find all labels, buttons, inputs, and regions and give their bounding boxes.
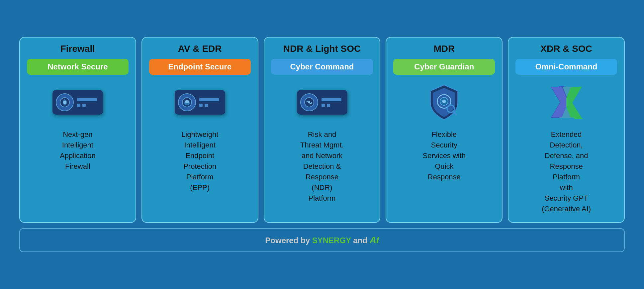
icon-ndr-soc	[296, 81, 349, 124]
hw-lines-fw	[77, 98, 97, 107]
svg-point-9	[442, 100, 446, 103]
hw-circle-fw	[56, 93, 74, 111]
badge-cyber-command: Cyber Command	[271, 59, 373, 75]
footer-synergy: SYNERGY	[312, 236, 351, 245]
card-header-mdr: MDR	[386, 38, 502, 59]
card-header-firewall: Firewall	[20, 38, 136, 59]
badge-cyber-guardian: Cyber Guardian	[393, 59, 495, 75]
footer-middle: and	[351, 236, 370, 245]
hw-lines-ndr	[322, 98, 341, 107]
icon-mdr	[417, 81, 471, 124]
badge-omni-command: Omni-Command	[515, 59, 617, 75]
svg-point-4	[185, 100, 189, 103]
icon-xdr-soc	[540, 81, 593, 124]
footer-ai: AI	[370, 235, 379, 245]
svg-point-1	[63, 101, 66, 104]
main-container: Firewall Network Secure	[7, 37, 637, 252]
badge-network-secure: Network Secure	[27, 59, 129, 75]
hw-lines-edr	[199, 98, 219, 107]
card-header-xdr-soc: XDR & SOC	[508, 38, 624, 59]
desc-xdr-soc: Extended Detection, Defense, and Respons…	[538, 129, 595, 214]
badge-endpoint-secure: Endpoint Secure	[149, 59, 251, 75]
card-firewall: Firewall Network Secure	[19, 37, 136, 223]
desc-firewall: Next-gen Intelligent Application Firewal…	[56, 129, 100, 172]
footer-bar: Powered by SYNERGY and AI	[19, 228, 625, 252]
cards-row: Firewall Network Secure	[19, 37, 625, 223]
desc-mdr: Flexible Security Services with Quick Re…	[419, 129, 470, 182]
card-mdr: MDR Cyber Guardian Flexible Security Ser…	[386, 37, 503, 223]
card-header-ndr-soc: NDR & Light SOC	[264, 38, 380, 59]
card-xdr-soc: XDR & SOC Omni-Command	[508, 37, 625, 223]
hw-circle-ndr	[300, 93, 318, 111]
svg-point-6	[308, 101, 310, 103]
desc-av-edr: Lightweight Intelligent Endpoint Protect…	[177, 129, 222, 193]
hw-circle-edr	[178, 93, 196, 111]
icon-firewall	[51, 81, 104, 124]
icon-av-edr	[173, 81, 227, 124]
footer-prefix: Powered by	[265, 236, 312, 245]
card-ndr-soc: NDR & Light SOC Cyber Command	[264, 37, 381, 223]
card-header-av-edr: AV & EDR	[142, 38, 258, 59]
desc-ndr-soc: Risk and Threat Mgmt. and Network Detect…	[296, 129, 348, 203]
card-av-edr: AV & EDR Endpoint Secure	[141, 37, 258, 223]
